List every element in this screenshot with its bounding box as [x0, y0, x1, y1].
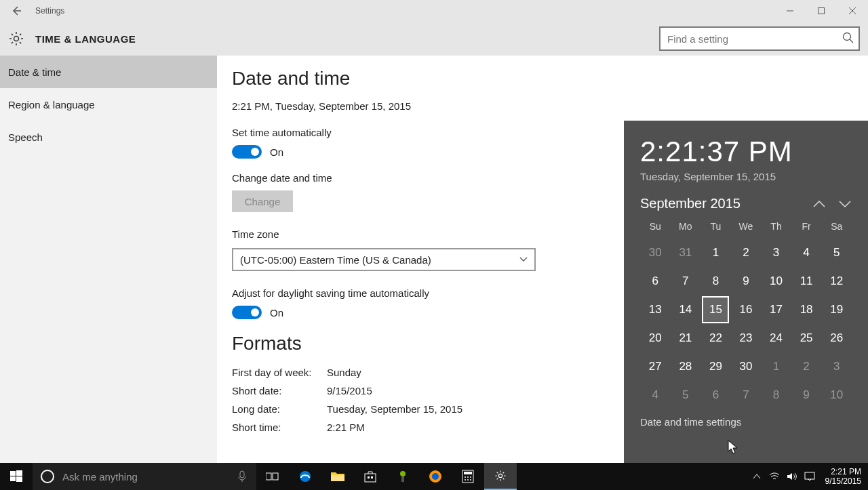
date-time-settings-link[interactable]: Date and time settings [640, 416, 852, 428]
search-input[interactable] [659, 26, 860, 51]
calendar-day[interactable]: 21 [671, 324, 701, 352]
calendar-day[interactable]: 10 [761, 267, 791, 295]
network-icon[interactable] [766, 472, 783, 481]
calendar-day[interactable]: 8 [761, 381, 791, 409]
calendar-day[interactable]: 8 [701, 267, 731, 295]
back-button[interactable] [5, 0, 27, 22]
short-time-label: Short time: [232, 422, 327, 433]
cortana-search[interactable]: Ask me anything [33, 463, 256, 490]
next-month-button[interactable] [838, 199, 852, 209]
svg-rect-16 [401, 476, 404, 482]
calendar-day[interactable]: 11 [791, 267, 822, 295]
svg-rect-0 [818, 8, 825, 14]
weekday-header: Su [640, 221, 671, 239]
first-day-label: First day of week: [232, 367, 327, 378]
dst-toggle[interactable] [232, 306, 262, 319]
volume-icon[interactable] [783, 472, 801, 481]
page-heading: Date and time [232, 68, 853, 89]
tray-overflow-button[interactable] [748, 473, 766, 480]
sidebar: Date & timeRegion & languageSpeech [0, 56, 217, 463]
svg-point-27 [498, 474, 502, 477]
store-icon [363, 470, 377, 483]
svg-rect-12 [365, 474, 376, 482]
store-button[interactable] [354, 463, 387, 490]
current-datetime: 2:21 PM, Tuesday, September 15, 2015 [232, 100, 853, 112]
change-button[interactable]: Change [232, 190, 293, 212]
calendar-day[interactable]: 5 [821, 239, 852, 267]
calendar-day[interactable]: 5 [671, 381, 701, 409]
calendar-day[interactable]: 15 [701, 295, 731, 324]
set-time-auto-toggle[interactable] [232, 145, 262, 159]
task-view-button[interactable] [256, 463, 289, 490]
calendar-day[interactable]: 30 [731, 352, 762, 381]
svg-rect-13 [368, 476, 370, 478]
calendar-day[interactable]: 12 [821, 267, 852, 295]
calendar-day[interactable]: 6 [701, 381, 731, 409]
calendar-day[interactable]: 25 [791, 324, 822, 352]
calendar-day[interactable]: 3 [821, 352, 852, 381]
file-explorer-button[interactable] [321, 463, 354, 490]
app-button-1[interactable] [387, 463, 419, 490]
calendar-flyout: 2:21:37 PM Tuesday, September 15, 2015 S… [624, 121, 868, 463]
svg-rect-11 [331, 475, 344, 481]
long-date-value: Tuesday, September 15, 2015 [327, 403, 462, 415]
calculator-button[interactable] [452, 463, 484, 490]
calendar-day[interactable]: 22 [701, 324, 731, 352]
calendar-day[interactable]: 4 [791, 239, 822, 267]
close-button[interactable] [837, 0, 868, 22]
settings-taskbar-button[interactable] [484, 463, 517, 490]
microphone-icon[interactable] [237, 470, 247, 483]
calendar-day[interactable]: 4 [640, 381, 671, 409]
calendar-day[interactable]: 27 [640, 352, 671, 381]
calendar-day[interactable]: 7 [671, 267, 701, 295]
calendar-day[interactable]: 16 [731, 295, 762, 324]
system-tray: 2:21 PM 9/15/2015 [748, 463, 868, 490]
action-center-icon[interactable] [801, 472, 818, 481]
sidebar-item-0[interactable]: Date & time [0, 56, 217, 88]
calendar-day[interactable]: 14 [671, 295, 701, 324]
calendar-day[interactable]: 19 [821, 295, 852, 324]
titlebar: Settings [0, 0, 868, 22]
calendar-day[interactable]: 23 [731, 324, 762, 352]
chevron-up-icon [753, 473, 761, 480]
cortana-icon [41, 470, 54, 483]
taskbar-clock[interactable]: 2:21 PM 9/15/2015 [818, 467, 868, 486]
sidebar-item-1[interactable]: Region & language [0, 88, 217, 121]
flyout-month[interactable]: September 2015 [640, 196, 741, 211]
calendar-day[interactable]: 17 [761, 295, 791, 324]
calendar-day[interactable]: 6 [640, 267, 671, 295]
calendar-day[interactable]: 31 [671, 239, 701, 267]
calendar-day[interactable]: 20 [640, 324, 671, 352]
calendar-day[interactable]: 26 [821, 324, 852, 352]
calendar-day[interactable]: 1 [761, 352, 791, 381]
back-arrow-icon [11, 5, 22, 16]
maximize-button[interactable] [806, 0, 837, 22]
weekday-header: Mo [671, 221, 701, 239]
svg-point-22 [467, 476, 469, 478]
calendar-day[interactable]: 13 [640, 295, 671, 324]
calendar-day[interactable]: 18 [791, 295, 822, 324]
calendar-day[interactable]: 29 [701, 352, 731, 381]
sidebar-item-2[interactable]: Speech [0, 121, 217, 153]
calendar-day[interactable]: 1 [701, 239, 731, 267]
calendar-day[interactable]: 30 [640, 239, 671, 267]
svg-rect-7 [240, 471, 244, 478]
calendar-day[interactable]: 9 [731, 267, 762, 295]
calendar-day[interactable]: 3 [761, 239, 791, 267]
wifi-icon [769, 472, 780, 481]
calendar-day[interactable]: 9 [791, 381, 822, 409]
calendar-day[interactable]: 24 [761, 324, 791, 352]
edge-button[interactable] [289, 463, 321, 490]
timezone-select[interactable]: (UTC-05:00) Eastern Time (US & Canada) [232, 248, 536, 271]
firefox-button[interactable] [419, 463, 452, 490]
prev-month-button[interactable] [812, 199, 826, 209]
header: TIME & LANGUAGE [0, 22, 868, 56]
calendar-day[interactable]: 7 [731, 381, 762, 409]
calendar-day[interactable]: 2 [731, 239, 762, 267]
svg-point-18 [432, 473, 439, 480]
calendar-day[interactable]: 2 [791, 352, 822, 381]
calendar-day[interactable]: 28 [671, 352, 701, 381]
start-button[interactable] [0, 463, 33, 490]
calendar-day[interactable]: 10 [821, 381, 852, 409]
minimize-button[interactable] [774, 0, 806, 22]
